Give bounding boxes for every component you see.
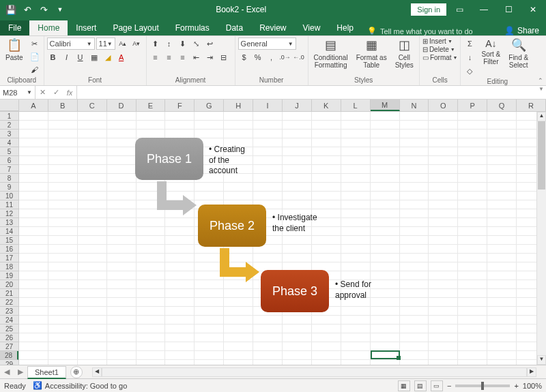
decrease-indent-icon[interactable]: ⇤ [190,51,203,63]
save-icon[interactable]: 💾 [4,3,18,16]
conditional-formatting-button[interactable]: ▤Conditional Formatting [311,37,351,70]
font-color-icon[interactable]: A [115,51,128,63]
align-bottom-icon[interactable]: ⬇ [177,37,189,50]
currency-icon[interactable]: $ [238,51,250,63]
increase-indent-icon[interactable]: ⇥ [204,51,216,63]
undo-icon[interactable]: ↶ [20,3,34,16]
column-header[interactable]: M [371,100,400,111]
row-header[interactable]: 5 [0,147,18,156]
decrease-decimal-icon[interactable]: ←.0 [293,51,305,63]
enter-formula-icon[interactable]: ✓ [49,88,63,97]
column-header[interactable]: J [283,100,312,111]
orientation-icon[interactable]: ⤡ [190,37,203,50]
column-header[interactable]: G [195,100,224,111]
cell-styles-button[interactable]: ◫Cell Styles [392,37,416,70]
phase1-bullet[interactable]: Creating of the account [209,145,250,177]
comma-icon[interactable]: , [265,51,278,63]
format-cells-button[interactable]: ▭Format▼ [422,54,458,61]
row-header[interactable]: 2 [0,121,18,130]
column-header[interactable]: C [78,100,107,111]
increase-font-icon[interactable]: A▴ [117,37,129,50]
align-left-icon[interactable]: ≡ [149,51,162,63]
sheet-nav-next-icon[interactable]: ▶ [14,367,27,376]
row-header[interactable]: 13 [0,218,18,227]
column-header[interactable]: A [19,100,48,111]
column-header[interactable]: B [48,100,78,111]
row-header[interactable]: 12 [0,209,18,218]
redo-icon[interactable]: ↷ [37,3,51,16]
align-top-icon[interactable]: ⬆ [149,37,162,50]
copy-icon[interactable]: 📄 [29,50,41,63]
scroll-right-icon[interactable]: ▶ [527,367,536,377]
row-header[interactable]: 27 [0,342,18,351]
fill-color-icon[interactable]: ◢ [102,51,114,63]
percent-icon[interactable]: % [252,51,264,63]
align-center-icon[interactable]: ≡ [163,51,175,63]
row-header[interactable]: 6 [0,156,18,165]
row-header[interactable]: 22 [0,298,18,307]
cut-icon[interactable]: ✂ [29,37,41,50]
row-header[interactable]: 18 [0,262,18,271]
phase3-box[interactable]: Phase 3 [261,270,329,312]
signin-button[interactable]: Sign in [411,3,446,16]
row-header[interactable]: 14 [0,227,18,236]
tab-formulas[interactable]: Formulas [167,20,218,35]
align-right-icon[interactable]: ≡ [177,51,189,63]
row-header[interactable]: 24 [0,316,18,325]
row-header[interactable]: 1 [0,112,18,121]
column-header[interactable]: I [253,100,283,111]
add-sheet-button[interactable]: ⊕ [70,366,83,378]
tab-data[interactable]: Data [218,20,251,35]
phase1-box[interactable]: Phase 1 [135,138,203,180]
column-header[interactable]: E [136,100,166,111]
row-header[interactable]: 4 [0,138,18,147]
row-header[interactable]: 16 [0,245,18,254]
font-size-combo[interactable]: 11▼ [96,37,115,50]
scroll-down-icon[interactable]: ▼ [537,355,546,365]
zoom-in-button[interactable]: + [514,382,518,390]
row-header[interactable]: 28 [0,351,18,360]
sort-filter-button[interactable]: A↓Sort & Filter [478,37,503,67]
tab-help[interactable]: Help [328,20,362,35]
increase-decimal-icon[interactable]: .0→ [279,51,291,63]
tab-home[interactable]: Home [29,20,68,35]
format-painter-icon[interactable]: 🖌 [29,63,41,76]
tell-me-search[interactable]: 💡 Tell me what you want to do [367,27,473,35]
column-header[interactable]: N [400,100,429,111]
maximize-icon[interactable]: ☐ [497,1,520,18]
row-header[interactable]: 11 [0,200,18,209]
find-select-button[interactable]: 🔍Find & Select [506,37,531,70]
column-header[interactable]: R [517,100,546,111]
row-header[interactable]: 15 [0,236,18,245]
column-header[interactable]: H [224,100,253,111]
column-header[interactable]: O [429,100,458,111]
paste-button[interactable]: 📋 Paste [3,37,26,63]
merge-center-icon[interactable]: ⊟ [218,51,230,63]
row-header[interactable]: 26 [0,333,18,342]
fill-icon[interactable]: ↓ [463,51,476,63]
row-header[interactable]: 29 [0,360,18,365]
phase3-bullet[interactable]: Send for approval [335,280,376,301]
select-all-corner[interactable] [0,100,19,111]
row-header[interactable]: 3 [0,130,18,138]
autosum-icon[interactable]: Σ [463,37,476,50]
sheet-nav-prev-icon[interactable]: ◀ [0,367,14,376]
page-layout-view-icon[interactable]: ▤ [414,380,427,391]
underline-button[interactable]: U [74,51,87,63]
horizontal-scrollbar[interactable]: ◀ ▶ [92,367,536,377]
vertical-scrollbar[interactable]: ▲ ▼ [536,112,546,365]
normal-view-icon[interactable]: ▦ [398,380,410,391]
column-header[interactable]: Q [487,100,517,111]
row-header[interactable]: 7 [0,165,18,174]
delete-cells-button[interactable]: ⊟Delete▼ [422,46,455,53]
row-header[interactable]: 10 [0,192,18,200]
zoom-level[interactable]: 100% [523,382,542,390]
column-header[interactable]: L [341,100,371,111]
page-break-view-icon[interactable]: ▭ [431,380,443,391]
insert-cells-button[interactable]: ⊞Insert▼ [422,37,452,45]
row-header[interactable]: 21 [0,289,18,298]
decrease-font-icon[interactable]: A▾ [130,37,143,50]
ribbon-options-icon[interactable]: ▭ [448,1,471,18]
collapse-ribbon-icon[interactable]: ⌃ [538,77,543,84]
share-button[interactable]: 👤 Share [498,26,546,35]
